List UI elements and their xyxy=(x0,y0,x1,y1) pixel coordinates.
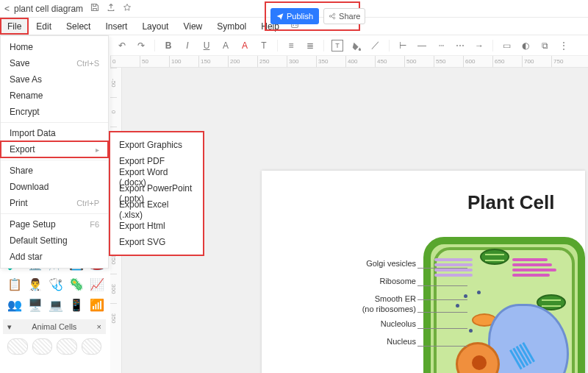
label: Smooth ER xyxy=(291,294,416,305)
svg-point-4 xyxy=(333,13,335,15)
separator xyxy=(389,40,390,51)
text-box-icon[interactable]: T xyxy=(331,40,343,51)
line-icon[interactable]: ／ xyxy=(370,40,381,51)
font-icon[interactable]: A xyxy=(220,40,232,51)
shape-thumb[interactable]: 📋 xyxy=(6,275,24,293)
align-center-icon[interactable]: ≣ xyxy=(304,40,316,51)
text-size-icon[interactable]: T xyxy=(258,40,270,51)
file-menu-item[interactable]: Add star xyxy=(1,249,108,265)
shape-thumb[interactable] xyxy=(82,338,102,355)
line-start-icon[interactable]: ⊢ xyxy=(397,40,409,51)
share-label: Share xyxy=(339,12,360,21)
label: (no ribosomes) xyxy=(291,305,416,319)
file-menu-item[interactable]: Save As xyxy=(1,71,108,88)
format-toolbar: ↶ ↷ B I U A A T ≡ ≣ T ／ ⊢ — ┄ ⋯ → ▭ ◐ ⧉ … xyxy=(110,35,588,56)
shape-category-header[interactable]: ▾ Animal Cells × xyxy=(3,319,106,334)
diagram-title: Plant Cell xyxy=(467,191,554,214)
shape-thumb[interactable]: 👥 xyxy=(6,296,24,313)
export-icon[interactable] xyxy=(107,3,115,14)
opacity-icon[interactable]: ◐ xyxy=(520,40,531,51)
shape-thumb[interactable] xyxy=(32,338,53,355)
shape-thumb[interactable]: 🩺 xyxy=(47,275,65,293)
plant-cell-illustration xyxy=(423,237,585,373)
horizontal-ruler: 0501001502002503003504004505005506006507… xyxy=(110,56,588,68)
menu-file[interactable]: File xyxy=(0,18,29,35)
save-icon[interactable] xyxy=(90,3,99,14)
separator xyxy=(154,40,155,51)
line-dash-icon[interactable]: ┄ xyxy=(435,40,447,51)
menu-select[interactable]: Select xyxy=(59,18,98,35)
file-menu-item[interactable]: Export▸ xyxy=(1,141,108,157)
line-solid-icon[interactable]: — xyxy=(416,40,428,51)
share-button[interactable]: Share xyxy=(323,8,365,24)
diagram-labels: Golgi vesicles Ribosome Smooth ER (no ri… xyxy=(291,259,416,355)
export-menu-item[interactable]: Export Excel (.xlsx) xyxy=(110,202,203,218)
star-icon[interactable] xyxy=(123,3,132,14)
shape-thumb[interactable]: 🦠 xyxy=(68,275,85,293)
page[interactable]: Plant Cell Golgi vesicles Ribosome Smoot… xyxy=(262,171,585,373)
label: Golgi vesicles xyxy=(291,259,416,277)
shape-thumb[interactable]: 💻 xyxy=(47,296,65,313)
label: Nucleus xyxy=(291,337,416,355)
publish-button[interactable]: Publish xyxy=(270,8,319,24)
menu-edit[interactable]: Edit xyxy=(29,18,59,35)
svg-point-5 xyxy=(333,17,335,19)
line-end-icon[interactable]: → xyxy=(473,40,485,51)
shape-thumb[interactable]: 👨‍⚕️ xyxy=(26,275,44,293)
file-menu-item[interactable]: Encrypt xyxy=(1,104,108,120)
separator xyxy=(277,40,278,51)
export-submenu: Export GraphicsExport PDFExport Word (.d… xyxy=(109,131,204,256)
export-menu-item[interactable]: Export SVG xyxy=(110,234,203,250)
undo-icon[interactable]: ↶ xyxy=(116,40,128,51)
export-menu-item[interactable]: Export Html xyxy=(110,218,203,234)
share-icon xyxy=(329,13,336,20)
line-dot-icon[interactable]: ⋯ xyxy=(454,40,466,51)
publish-label: Publish xyxy=(287,12,313,21)
menu-insert[interactable]: Insert xyxy=(98,18,135,35)
back-button[interactable]: < xyxy=(4,4,10,14)
underline-icon[interactable]: U xyxy=(201,40,212,51)
file-menu-item[interactable]: PrintCtrl+P xyxy=(1,195,108,211)
align-left-icon[interactable]: ≡ xyxy=(285,40,297,51)
label: Nucleolus xyxy=(291,319,416,337)
shape-thumb[interactable]: 📈 xyxy=(88,275,106,293)
document-title: plant cell diagram xyxy=(14,4,83,14)
shape-rect-icon[interactable]: ▭ xyxy=(501,40,512,51)
label: Ribosome xyxy=(291,277,416,294)
redo-icon[interactable]: ↷ xyxy=(135,40,147,51)
menu-symbol[interactable]: Symbol xyxy=(209,18,254,35)
file-menu-dropdown: HomeSaveCtrl+SSave AsRenameEncryptImport… xyxy=(0,35,109,269)
file-menu-item[interactable]: Page SetupF6 xyxy=(1,216,108,232)
separator xyxy=(492,40,493,51)
shape-thumb[interactable] xyxy=(7,338,28,355)
separator xyxy=(323,40,324,51)
more-icon[interactable]: ⋮ xyxy=(558,40,570,51)
bold-icon[interactable]: B xyxy=(162,40,174,51)
paper-plane-icon xyxy=(276,13,284,20)
italic-icon[interactable]: I xyxy=(182,40,193,51)
shape-thumb[interactable]: 🖥️ xyxy=(26,296,44,313)
file-menu-item[interactable]: Download xyxy=(1,179,108,195)
chevron-right-icon: ▸ xyxy=(96,146,99,154)
file-menu-item[interactable]: Rename xyxy=(1,88,108,104)
shape-thumb[interactable] xyxy=(57,338,77,355)
menu-view[interactable]: View xyxy=(176,18,209,35)
category-label: Animal Cells xyxy=(32,322,76,331)
layers-icon[interactable]: ⧉ xyxy=(539,40,551,51)
file-menu-item[interactable]: Share xyxy=(1,163,108,179)
fill-icon[interactable] xyxy=(351,40,362,51)
shape-thumb[interactable]: 📶 xyxy=(88,296,106,313)
shape-thumb[interactable]: 📱 xyxy=(68,296,85,313)
file-menu-item[interactable]: Home xyxy=(1,39,108,55)
publish-share-highlight: Publish Share xyxy=(265,1,360,31)
file-menu-item[interactable]: Default Setting xyxy=(1,232,108,249)
file-menu-item[interactable]: SaveCtrl+S xyxy=(1,55,108,71)
font-color-icon[interactable]: A xyxy=(239,40,251,51)
export-menu-item[interactable]: Export Graphics xyxy=(110,137,203,153)
menu-layout[interactable]: Layout xyxy=(135,18,176,35)
shape-row xyxy=(3,334,106,359)
close-icon[interactable]: × xyxy=(97,322,101,331)
svg-point-3 xyxy=(329,15,331,18)
chevron-down-icon: ▾ xyxy=(7,322,12,332)
file-menu-item[interactable]: Import Data xyxy=(1,125,108,141)
